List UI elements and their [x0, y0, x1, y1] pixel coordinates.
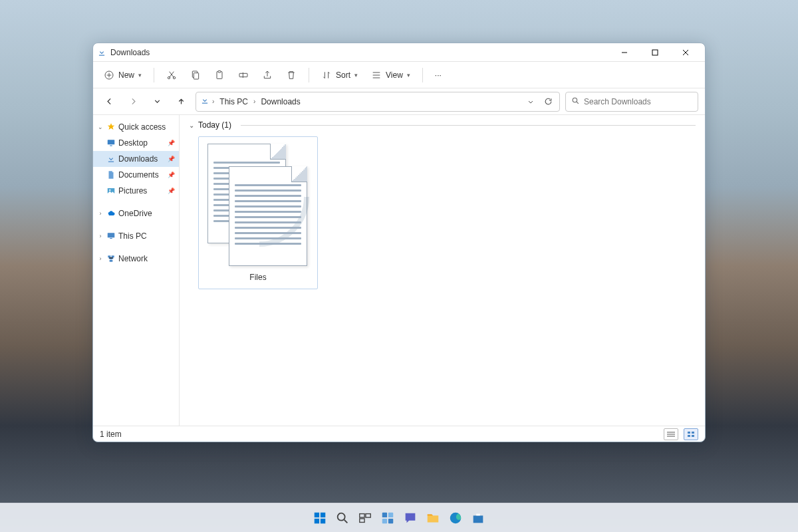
view-icon — [371, 70, 382, 80]
sidebar-label: Desktop — [118, 138, 148, 148]
file-thumbnail — [205, 142, 311, 269]
sidebar-desktop[interactable]: Desktop 📌 — [93, 135, 179, 151]
explorer-taskbar-button[interactable] — [424, 509, 442, 527]
more-button[interactable]: ··· — [430, 65, 447, 85]
cut-icon — [166, 70, 177, 80]
star-icon — [106, 122, 116, 132]
widgets-button[interactable] — [378, 509, 397, 527]
minimize-button[interactable] — [609, 43, 640, 62]
svg-rect-32 — [382, 518, 387, 523]
delete-button[interactable] — [281, 65, 302, 85]
search-input[interactable] — [584, 97, 692, 106]
svg-rect-18 — [688, 432, 690, 434]
svg-rect-19 — [692, 432, 694, 434]
address-dropdown[interactable] — [523, 94, 538, 109]
sort-icon — [321, 70, 332, 80]
search-taskbar-button[interactable] — [333, 509, 352, 527]
file-item-files[interactable]: Files — [198, 136, 318, 289]
share-button[interactable] — [257, 65, 278, 85]
svg-point-26 — [338, 513, 345, 520]
pin-icon: 📌 — [168, 172, 175, 178]
view-label: View — [386, 70, 403, 80]
sort-label: Sort — [336, 70, 350, 80]
svg-rect-23 — [321, 512, 325, 517]
breadcrumb-downloads[interactable]: Downloads — [258, 96, 303, 108]
group-line — [241, 125, 696, 126]
navigation-bar: › This PC › Downloads — [93, 88, 705, 115]
sort-button[interactable]: Sort ▾ — [316, 65, 363, 85]
task-view-button[interactable] — [356, 509, 374, 527]
edge-taskbar-button[interactable] — [446, 509, 465, 527]
chevron-down-icon: ⌄ — [189, 122, 194, 129]
content-pane[interactable]: ⌄ Today (1) File — [180, 115, 705, 426]
copy-button[interactable] — [185, 65, 206, 85]
chevron-down-icon: ▾ — [354, 72, 358, 78]
group-label: Today (1) — [198, 120, 231, 130]
svg-rect-31 — [388, 512, 393, 517]
svg-rect-7 — [218, 70, 221, 72]
svg-rect-28 — [366, 513, 370, 517]
recent-button[interactable] — [148, 92, 166, 111]
sidebar-downloads[interactable]: Downloads 📌 — [93, 151, 179, 167]
sidebar-label: This PC — [118, 231, 147, 241]
svg-rect-17 — [110, 260, 113, 262]
thumbnails-view-button[interactable] — [684, 428, 698, 440]
close-button[interactable] — [670, 43, 701, 62]
address-bar[interactable]: › This PC › Downloads — [196, 92, 560, 112]
svg-rect-13 — [108, 233, 115, 237]
sidebar-onedrive[interactable]: › OneDrive — [93, 205, 179, 221]
taskbar[interactable] — [0, 503, 798, 532]
chevron-right-icon: › — [212, 98, 214, 105]
svg-rect-0 — [652, 50, 658, 55]
svg-rect-22 — [315, 512, 319, 517]
downloads-folder-icon — [200, 96, 209, 107]
chat-button[interactable] — [401, 509, 420, 527]
network-icon — [106, 254, 116, 263]
chevron-right-icon: › — [97, 255, 104, 262]
navigation-pane[interactable]: ⌄ Quick access Desktop 📌 Downloads 📌 Doc — [93, 115, 180, 426]
svg-rect-15 — [108, 255, 110, 257]
rename-button[interactable] — [233, 65, 254, 85]
chevron-down-icon: ⌄ — [97, 124, 104, 130]
search-box[interactable] — [565, 92, 698, 112]
chevron-down-icon: ▾ — [138, 72, 142, 78]
svg-rect-27 — [360, 513, 364, 517]
desktop-icon — [106, 138, 116, 148]
store-taskbar-button[interactable] — [469, 509, 487, 527]
svg-rect-33 — [388, 518, 393, 523]
svg-rect-8 — [239, 73, 247, 76]
svg-point-2 — [168, 76, 170, 78]
titlebar[interactable]: Downloads — [93, 43, 705, 62]
up-button[interactable] — [172, 92, 190, 111]
cut-button[interactable] — [161, 65, 182, 85]
pin-icon: 📌 — [168, 188, 175, 194]
new-button[interactable]: New ▾ — [98, 65, 147, 85]
file-name: Files — [249, 273, 266, 282]
svg-rect-30 — [382, 512, 387, 517]
search-icon — [571, 96, 580, 107]
forward-button[interactable] — [124, 92, 142, 111]
sidebar-pictures[interactable]: Pictures 📌 — [93, 183, 179, 199]
maximize-button[interactable] — [640, 43, 670, 62]
share-icon — [262, 70, 273, 80]
sidebar-network[interactable]: › Network — [93, 251, 179, 267]
refresh-button[interactable] — [541, 94, 555, 109]
view-button[interactable]: View ▾ — [366, 65, 416, 85]
separator — [422, 68, 423, 82]
start-button[interactable] — [311, 509, 329, 527]
pc-icon — [106, 231, 116, 241]
sidebar-this-pc[interactable]: › This PC — [93, 228, 179, 244]
sidebar-documents[interactable]: Documents 📌 — [93, 167, 179, 183]
paste-button[interactable] — [209, 65, 230, 85]
explorer-window: Downloads New ▾ Sort ▾ View ▾ — [92, 43, 706, 442]
pin-icon: 📌 — [168, 156, 175, 162]
sidebar-label: Pictures — [118, 186, 147, 196]
details-view-button[interactable] — [664, 428, 678, 440]
sidebar-label: OneDrive — [118, 209, 152, 218]
sidebar-quick-access[interactable]: ⌄ Quick access — [93, 119, 179, 135]
breadcrumb-this-pc[interactable]: This PC — [217, 96, 251, 108]
svg-rect-24 — [315, 518, 319, 523]
group-header-today[interactable]: ⌄ Today (1) — [189, 120, 696, 130]
back-button[interactable] — [100, 92, 118, 111]
svg-rect-10 — [108, 140, 115, 144]
